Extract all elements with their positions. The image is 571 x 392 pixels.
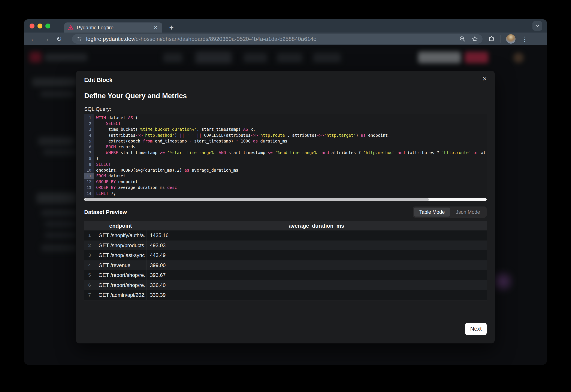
table-row: 5GET /report/shop/re...393.67 [84, 270, 487, 280]
avg-duration-cell: 336.40 [146, 280, 487, 290]
scrollbar-thumb[interactable] [85, 198, 429, 201]
endpoint-cell: GET /report/shop/re... [95, 270, 146, 280]
zoom-page-button[interactable] [459, 36, 466, 42]
sql-editor[interactable]: 1WITH dataset AS (2 SELECT3 time_bucket(… [84, 114, 487, 197]
toolbar-right: ⋮ [488, 34, 530, 44]
line-number: 4 [84, 132, 94, 138]
row-number-column-header [84, 221, 95, 230]
fullscreen-window-button[interactable] [45, 24, 50, 28]
chevron-down-icon [535, 23, 540, 29]
profile-avatar[interactable] [506, 34, 515, 44]
code-line: 11FROM dataset [84, 173, 487, 179]
table-row: 6GET /report/shop/re...336.40 [84, 280, 487, 290]
code-line: 5 extract(epoch from end_timestamp - sta… [84, 138, 487, 144]
table-row: 4GET /revenue399.00 [84, 260, 487, 270]
avg-duration-cell: 493.03 [146, 240, 487, 251]
browser-window: Pydantic Logfire ✕ + ← → ↻ [24, 19, 547, 364]
url-path: /e-hosseini/ehsan/dashboards/8920360a-05… [134, 36, 316, 42]
dataset-preview-title: Dataset Preview [84, 209, 127, 215]
code-line: 6 FROM records [84, 144, 487, 150]
avg-duration-cell: 1435.16 [146, 230, 487, 240]
line-number: 11 [84, 173, 94, 179]
preview-table-header: endpoint average_duration_ms [84, 221, 487, 230]
code-line: 4 (attributes->>'http.method') || ' ' ||… [84, 132, 487, 138]
avg-duration-cell: 393.67 [146, 270, 487, 280]
line-number: 14 [84, 191, 94, 196]
forward-button[interactable]: → [40, 35, 53, 43]
browser-menu-button[interactable]: ⋮ [522, 35, 528, 43]
endpoint-cell: GET /admin/api/202... [95, 290, 146, 300]
browser-titlebar: Pydantic Logfire ✕ + [24, 19, 547, 32]
code-line: 12GROUP BY endpoint [84, 179, 487, 185]
browser-toolbar: ← → ↻ logfire.pydantic.dev/e-hosseini/eh… [24, 32, 547, 45]
avg-duration-column-header: average_duration_ms [146, 221, 487, 230]
endpoint-column-header: endpoint [95, 221, 146, 230]
tab-search-button[interactable] [532, 21, 542, 31]
avg-duration-cell: 399.00 [146, 260, 487, 270]
code-line: 14LIMIT 7; [84, 191, 487, 196]
back-button[interactable]: ← [27, 35, 40, 43]
extensions-button[interactable] [488, 35, 495, 43]
reload-button[interactable]: ↻ [53, 35, 66, 43]
row-number: 4 [84, 260, 95, 270]
modal-footer: Next [84, 323, 487, 335]
row-number: 7 [84, 290, 95, 300]
desktop: Pydantic Logfire ✕ + ← → ↻ [0, 0, 571, 392]
endpoint-cell: GET /report/shop/re... [95, 280, 146, 290]
preview-table-body: 1GET /shopify/auth/a...1435.162GET /shop… [84, 230, 487, 300]
table-row: 3GET /shop/last-sync443.49 [84, 250, 487, 260]
line-number: 12 [84, 179, 94, 185]
url-text: logfire.pydantic.dev/e-hosseini/ehsan/da… [86, 36, 454, 42]
editor-horizontal-scrollbar[interactable] [84, 198, 487, 201]
endpoint-cell: GET /revenue [95, 260, 146, 270]
line-number: 9 [84, 162, 94, 167]
line-number: 8 [84, 155, 94, 161]
code-line: 9SELECT [84, 162, 487, 167]
table-row: 7GET /admin/api/202...330.39 [84, 290, 487, 300]
line-number: 7 [84, 150, 94, 155]
star-icon [471, 36, 478, 42]
endpoint-cell: GET /shop/products [95, 240, 146, 251]
table-row: 1GET /shopify/auth/a...1435.16 [84, 230, 487, 240]
modal-heading: Define Your Query and Metrics [84, 92, 487, 100]
endpoint-cell: GET /shop/last-sync [95, 250, 146, 260]
tab-close-icon[interactable]: ✕ [152, 25, 159, 30]
code-line: 8) [84, 155, 487, 161]
edit-block-modal: Edit Block ✕ Define Your Query and Metri… [76, 70, 495, 343]
zoom-out-icon [459, 36, 466, 42]
logfire-logo-icon [68, 25, 74, 31]
close-window-button[interactable] [29, 24, 34, 28]
preview-table: endpoint average_duration_ms 1GET /shopi… [84, 221, 487, 300]
code-line: 13ORDER BY average_duration_ms desc [84, 185, 487, 190]
page-content: Edit Block ✕ Define Your Query and Metri… [24, 45, 547, 364]
json-mode-button[interactable]: Json Mode [450, 208, 485, 217]
avg-duration-cell: 330.39 [146, 290, 487, 300]
table-row: 2GET /shop/products493.03 [84, 240, 487, 251]
line-number: 10 [84, 167, 94, 173]
line-number: 5 [84, 138, 94, 144]
minimize-window-button[interactable] [37, 24, 43, 28]
url-host: logfire.pydantic.dev [86, 36, 134, 42]
row-number: 3 [84, 250, 95, 260]
line-number: 2 [84, 121, 94, 126]
avg-duration-cell: 443.49 [146, 250, 487, 260]
row-number: 2 [84, 240, 95, 251]
address-bar[interactable]: logfire.pydantic.dev/e-hosseini/ehsan/da… [72, 34, 483, 44]
row-number: 6 [84, 280, 95, 290]
bookmark-button[interactable] [471, 36, 478, 42]
sql-code-lines: 1WITH dataset AS (2 SELECT3 time_bucket(… [84, 114, 487, 196]
site-settings-icon[interactable] [76, 36, 83, 42]
browser-tab[interactable]: Pydantic Logfire ✕ [64, 22, 162, 32]
table-mode-button[interactable]: Table Mode [414, 208, 450, 217]
code-line: 3 time_bucket('%time_bucket_duration%', … [84, 126, 487, 132]
next-button[interactable]: Next [465, 323, 487, 335]
code-line: 7 WHERE start_timestamp >= '%start_time_… [84, 150, 487, 155]
modal-close-icon[interactable]: ✕ [482, 76, 487, 82]
tab-title: Pydantic Logfire [77, 25, 152, 31]
row-number: 5 [84, 270, 95, 280]
sql-query-label: SQL Query: [84, 106, 487, 112]
code-line: 1WITH dataset AS ( [84, 115, 487, 121]
toolbar-divider [500, 35, 501, 42]
line-number: 3 [84, 126, 94, 132]
new-tab-button[interactable]: + [167, 22, 176, 32]
